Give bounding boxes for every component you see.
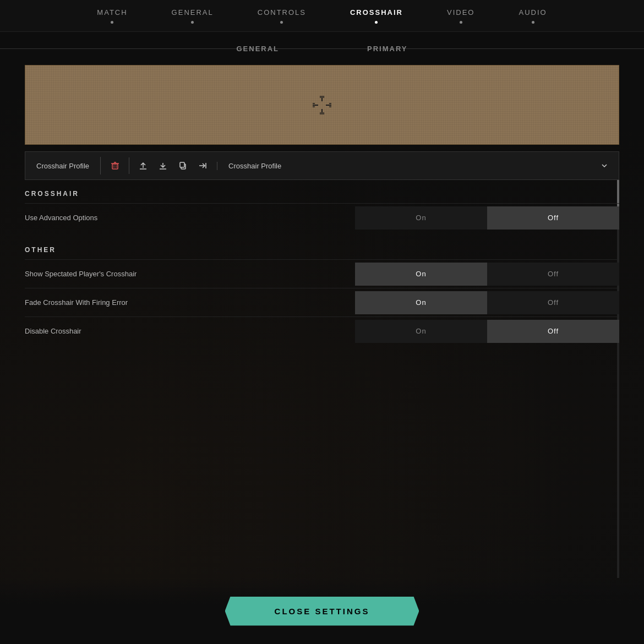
nav-item-general[interactable]: GENERAL bbox=[150, 0, 236, 32]
setting-row: Disable CrosshairOnOff bbox=[25, 316, 619, 345]
nav-label: AUDIO bbox=[519, 8, 547, 17]
setting-label: Fade Crosshair With Firing Error bbox=[25, 298, 355, 307]
upload-icon bbox=[139, 161, 148, 170]
chevron-down-icon bbox=[601, 162, 608, 169]
import-icon bbox=[198, 161, 207, 170]
trash-icon bbox=[111, 161, 119, 170]
nav-item-crosshair[interactable]: CROSSHAIR bbox=[328, 0, 425, 32]
nav-label: CONTROLS bbox=[258, 8, 306, 17]
copy-profile-button[interactable] bbox=[174, 157, 192, 174]
nav-item-video[interactable]: VIDEO bbox=[425, 0, 496, 32]
download-icon bbox=[159, 161, 167, 170]
setting-label: Show Spectated Player's Crosshair bbox=[25, 270, 355, 278]
nav-item-match[interactable]: MATCH bbox=[75, 0, 149, 32]
toggle-off[interactable]: Off bbox=[487, 263, 619, 286]
nav-label: CROSSHAIR bbox=[350, 8, 403, 17]
sub-tabs-row: GENERALPRIMARY bbox=[0, 32, 644, 65]
crosshair-preview bbox=[25, 65, 619, 145]
toggle-on[interactable]: On bbox=[355, 291, 487, 314]
toggle-group: OnOff bbox=[355, 320, 619, 343]
nav-dot bbox=[375, 21, 378, 24]
section-crosshair: CROSSHAIRUse Advanced OptionsOnOff bbox=[25, 180, 619, 236]
nav-dot bbox=[532, 21, 534, 24]
copy-icon bbox=[178, 161, 187, 170]
delete-profile-button[interactable] bbox=[106, 157, 124, 174]
nav-dot bbox=[111, 21, 113, 24]
nav-dot bbox=[460, 21, 462, 24]
nav-label: VIDEO bbox=[447, 8, 474, 17]
profile-select[interactable]: Crosshair Profile bbox=[217, 162, 619, 170]
toggle-off[interactable]: Off bbox=[487, 291, 619, 314]
sub-tabs-area: GENERALPRIMARY bbox=[0, 32, 644, 65]
toggle-on[interactable]: On bbox=[355, 263, 487, 286]
toggle-off[interactable]: Off bbox=[487, 320, 619, 343]
toggle-group: OnOff bbox=[355, 263, 619, 286]
nav-item-audio[interactable]: AUDIO bbox=[496, 0, 569, 32]
toggle-off[interactable]: Off bbox=[487, 206, 619, 230]
section-other: OTHERShow Spectated Player's CrosshairOn… bbox=[25, 236, 619, 350]
profile-row: Crosshair Profile bbox=[25, 151, 619, 180]
profile-actions bbox=[100, 157, 217, 174]
profile-label: Crosshair Profile bbox=[25, 162, 100, 170]
nav-label: MATCH bbox=[97, 8, 127, 17]
toggle-group: OnOff bbox=[355, 291, 619, 314]
import-profile-button[interactable] bbox=[194, 157, 211, 174]
svg-rect-22 bbox=[180, 162, 184, 167]
setting-label: Use Advanced Options bbox=[25, 214, 355, 222]
crosshair-icon bbox=[308, 91, 336, 119]
svg-rect-12 bbox=[112, 164, 118, 169]
section-title: CROSSHAIR bbox=[25, 190, 619, 203]
sub-tab-general[interactable]: GENERAL bbox=[192, 45, 323, 53]
setting-row: Fade Crosshair With Firing ErrorOnOff bbox=[25, 288, 619, 316]
setting-label: Disable Crosshair bbox=[25, 327, 355, 335]
profile-select-label: Crosshair Profile bbox=[228, 162, 281, 170]
nav-dot bbox=[280, 21, 283, 24]
toggle-group: OnOff bbox=[355, 206, 619, 230]
section-title: OTHER bbox=[25, 246, 619, 259]
upload-profile-button[interactable] bbox=[134, 157, 152, 174]
nav-dot bbox=[191, 21, 194, 24]
download-profile-button[interactable] bbox=[154, 157, 172, 174]
setting-row: Use Advanced OptionsOnOff bbox=[25, 203, 619, 232]
sub-tab-primary[interactable]: PRIMARY bbox=[323, 45, 451, 53]
nav-label: GENERAL bbox=[172, 8, 214, 17]
toggle-on[interactable]: On bbox=[355, 320, 487, 343]
toggle-on[interactable]: On bbox=[355, 206, 487, 230]
nav-item-controls[interactable]: CONTROLS bbox=[236, 0, 328, 32]
top-nav: MATCHGENERALCONTROLSCROSSHAIRVIDEOAUDIO bbox=[0, 0, 644, 32]
divider bbox=[129, 157, 129, 174]
setting-row: Show Spectated Player's CrosshairOnOff bbox=[25, 259, 619, 288]
content-area: CROSSHAIRUse Advanced OptionsOnOffOTHERS… bbox=[25, 180, 619, 644]
